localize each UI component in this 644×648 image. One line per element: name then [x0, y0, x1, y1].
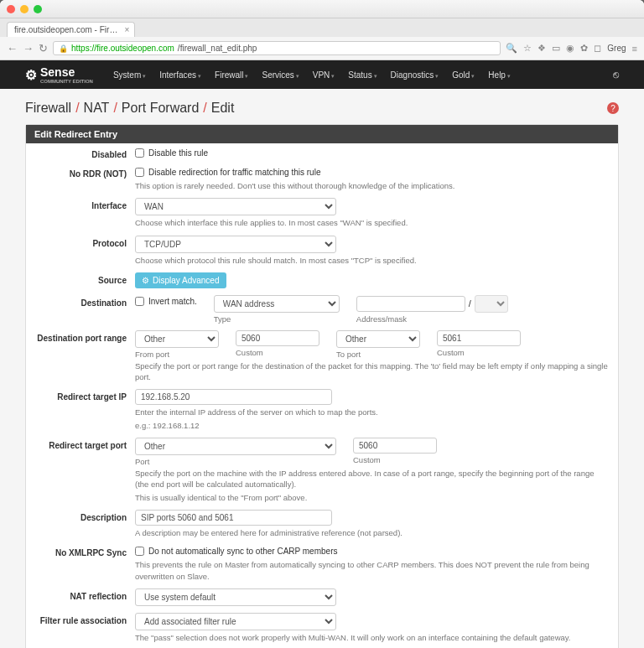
- nav-diagnostics[interactable]: Diagnostics: [384, 70, 446, 80]
- maximize-window-icon[interactable]: [34, 5, 42, 13]
- logo[interactable]: ⚙ SenseCOMMUNITY EDITION: [25, 65, 93, 84]
- breadcrumb-item[interactable]: Port Forward: [122, 101, 199, 116]
- from-port-select[interactable]: Other: [135, 330, 219, 348]
- nav-system[interactable]: System: [106, 70, 153, 80]
- logout-icon[interactable]: ⎋: [613, 69, 619, 80]
- display-advanced-button[interactable]: ⚙Display Advanced: [135, 272, 226, 288]
- label-redirect-port: Redirect target port: [34, 438, 127, 503]
- dest-mask-select: [475, 295, 508, 313]
- from-port-custom-input[interactable]: [236, 330, 319, 346]
- label-description: Description: [34, 510, 127, 538]
- breadcrumb-item: Edit: [211, 101, 235, 116]
- label-destination: Destination: [34, 295, 127, 324]
- dest-address-input: [356, 296, 465, 312]
- browser-tabbar: fire.outsideopen.com - Fir…: [0, 18, 644, 37]
- redirect-ip-input[interactable]: [135, 389, 332, 405]
- back-icon[interactable]: ←: [7, 42, 18, 54]
- help-text: A description may be entered here for ad…: [135, 527, 610, 538]
- nat-reflection-select[interactable]: Use system default: [135, 588, 336, 606]
- reload-icon[interactable]: ↻: [39, 42, 48, 54]
- help-text: Choose which protocol this rule should m…: [135, 255, 610, 266]
- help-text: Specify the port on the machine with the…: [135, 468, 610, 490]
- help-text: This option is rarely needed. Don't use …: [135, 180, 610, 191]
- ext-icon-2[interactable]: ▭: [552, 43, 560, 54]
- help-text: This prevents the rule on Master from au…: [135, 559, 610, 582]
- ext-icon-5[interactable]: ◻: [594, 43, 601, 54]
- browser-tab[interactable]: fire.outsideopen.com - Fir…: [7, 22, 135, 37]
- nav-vpn[interactable]: VPN: [306, 70, 342, 80]
- ext-icon-1[interactable]: ❖: [538, 43, 546, 54]
- label-nordr: No RDR (NOT): [34, 166, 127, 191]
- nav-gold[interactable]: Gold: [445, 70, 481, 80]
- help-text: Specify the port or port range for the d…: [135, 360, 610, 383]
- description-input[interactable]: [135, 510, 332, 526]
- ext-icon-3[interactable]: ◉: [566, 43, 574, 54]
- nav-interfaces[interactable]: Interfaces: [153, 70, 208, 80]
- interface-select[interactable]: WAN: [135, 198, 336, 215]
- dest-type-select[interactable]: WAN address: [214, 295, 340, 313]
- filter-assoc-select[interactable]: Add associated filter rule: [135, 613, 336, 630]
- help-text: This is usually identical to the "From p…: [135, 492, 610, 503]
- protocol-select[interactable]: TCP/UDP: [135, 236, 336, 253]
- browser-toolbar: ← → ↻ 🔒 https://fire.outsideopen.com/fir…: [0, 37, 644, 60]
- search-icon[interactable]: 🔍: [506, 43, 517, 54]
- star-icon[interactable]: ☆: [523, 43, 532, 54]
- label-dst-port-range: Destination port range: [34, 330, 127, 383]
- logo-icon: ⚙: [25, 67, 37, 83]
- label-disabled: Disabled: [34, 147, 127, 159]
- gear-icon: ⚙: [142, 276, 149, 285]
- label-no-sync: No XMLRPC Sync: [34, 545, 127, 582]
- to-port-custom-input[interactable]: [437, 330, 521, 346]
- nav-status[interactable]: Status: [341, 70, 383, 80]
- invert-match-checkbox[interactable]: [135, 297, 144, 306]
- nav-help[interactable]: Help: [481, 70, 517, 80]
- label-source: Source: [34, 272, 127, 288]
- nav-firewall[interactable]: Firewall: [208, 70, 255, 80]
- nosync-checkbox[interactable]: [135, 547, 144, 556]
- label-redirect-ip: Redirect target IP: [34, 389, 127, 431]
- breadcrumb: Firewall/ NAT/ Port Forward/ Edit ?: [25, 101, 619, 116]
- breadcrumb-item[interactable]: Firewall: [25, 101, 71, 116]
- menu-icon[interactable]: ≡: [632, 44, 637, 54]
- help-text: The "pass" selection does not work prope…: [135, 632, 610, 643]
- window-titlebar: [0, 0, 644, 18]
- breadcrumb-item[interactable]: NAT: [84, 101, 110, 116]
- url-bar[interactable]: 🔒 https://fire.outsideopen.com/firewall_…: [53, 41, 501, 55]
- edit-panel: Edit Redirect Entry Disabled Disable thi…: [25, 124, 619, 648]
- nav-services[interactable]: Services: [255, 70, 305, 80]
- redirect-port-custom-input[interactable]: [353, 438, 437, 454]
- lock-icon: 🔒: [59, 44, 68, 53]
- help-text: e.g.: 192.168.1.12: [135, 420, 610, 431]
- user-chip[interactable]: Greg: [607, 44, 626, 53]
- app-navbar: ⚙ SenseCOMMUNITY EDITION System Interfac…: [0, 60, 644, 89]
- minimize-window-icon[interactable]: [20, 5, 29, 13]
- panel-title: Edit Redirect Entry: [26, 125, 618, 143]
- ext-icon-4[interactable]: ✿: [580, 43, 588, 54]
- forward-icon[interactable]: →: [23, 42, 34, 54]
- help-icon[interactable]: ?: [607, 102, 619, 114]
- label-nat-reflection: NAT reflection: [34, 588, 127, 606]
- label-interface: Interface: [34, 198, 127, 228]
- to-port-select[interactable]: Other: [336, 330, 420, 348]
- nordr-checkbox[interactable]: [135, 168, 144, 177]
- help-text: Choose which interface this rule applies…: [135, 217, 610, 228]
- label-protocol: Protocol: [34, 236, 127, 266]
- close-window-icon[interactable]: [7, 5, 15, 13]
- disabled-checkbox[interactable]: [135, 148, 144, 158]
- help-text: Enter the internal IP address of the ser…: [135, 407, 610, 417]
- redirect-port-select[interactable]: Other: [135, 438, 336, 455]
- label-filter-assoc: Filter rule association: [34, 613, 127, 643]
